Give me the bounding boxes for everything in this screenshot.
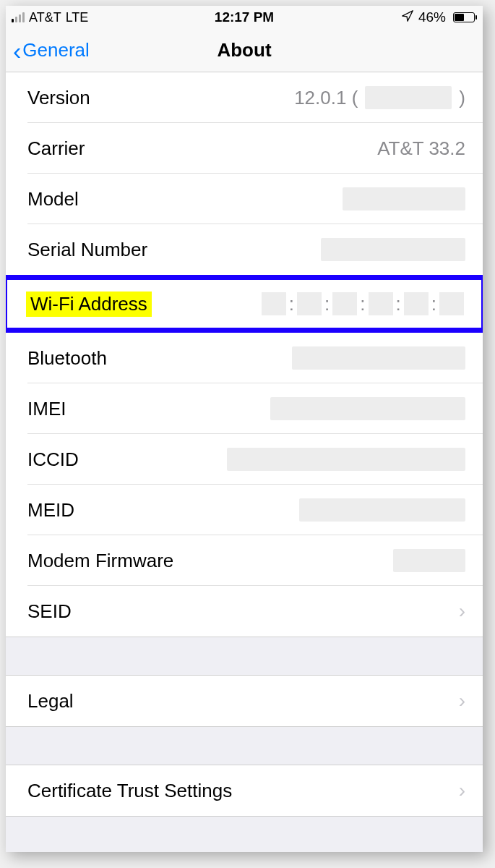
- row-version[interactable]: Version 12.0.1 (): [6, 72, 483, 123]
- row-certificate-trust[interactable]: Certificate Trust Settings ›: [6, 765, 483, 816]
- nav-bar: ‹ General About: [6, 29, 483, 72]
- chevron-right-icon: ›: [459, 689, 465, 712]
- row-wifi-address[interactable]: Wi-Fi Address : : : : :: [6, 275, 483, 333]
- back-label: General: [22, 39, 90, 61]
- row-modem-firmware[interactable]: Modem Firmware: [6, 535, 483, 586]
- row-value: [292, 346, 465, 370]
- row-meid[interactable]: MEID: [6, 485, 483, 535]
- back-button[interactable]: ‹ General: [13, 38, 90, 63]
- page-title: About: [217, 39, 271, 61]
- redacted-value: [227, 448, 465, 471]
- row-bluetooth[interactable]: Bluetooth: [6, 333, 483, 383]
- carrier-label: AT&T: [29, 10, 61, 25]
- content: Version 12.0.1 () Carrier AT&T 33.2 Mode…: [6, 72, 483, 852]
- row-label: MEID: [27, 499, 74, 522]
- row-label: Bluetooth: [27, 347, 107, 370]
- row-value: [270, 397, 465, 420]
- battery-icon: [450, 12, 477, 22]
- row-label: ICCID: [27, 448, 79, 471]
- row-label: Wi-Fi Address: [26, 292, 152, 317]
- chevron-right-icon: ›: [459, 779, 465, 802]
- redacted-value: [321, 238, 465, 261]
- row-value: [343, 187, 465, 210]
- row-label: Model: [27, 188, 79, 210]
- redacted-value: [297, 292, 322, 315]
- redacted-value: [369, 292, 393, 315]
- redacted-value: [343, 187, 465, 210]
- battery-percent: 46%: [418, 9, 446, 25]
- chevron-left-icon: ‹: [13, 38, 21, 63]
- group-separator: [6, 637, 483, 676]
- row-label: Serial Number: [27, 239, 147, 261]
- row-serial[interactable]: Serial Number: [6, 224, 483, 275]
- row-label: Version: [27, 87, 90, 109]
- signal-icon: [12, 12, 25, 22]
- row-imei[interactable]: IMEI: [6, 383, 483, 434]
- row-label: IMEI: [27, 398, 66, 420]
- row-value: [227, 448, 465, 471]
- redacted-value: [262, 292, 286, 315]
- redacted-value: [393, 549, 465, 572]
- row-carrier[interactable]: Carrier AT&T 33.2: [6, 123, 483, 174]
- network-label: LTE: [66, 10, 89, 25]
- row-label: Modem Firmware: [27, 550, 173, 572]
- row-seid[interactable]: SEID ›: [6, 586, 483, 637]
- row-label: Carrier: [27, 137, 85, 160]
- row-value: : : : : :: [262, 292, 464, 315]
- clock: 12:17 PM: [215, 9, 274, 25]
- chevron-right-icon: ›: [459, 600, 465, 623]
- bottom-spacer: [6, 816, 483, 852]
- settings-about-screen: AT&T LTE 12:17 PM 46% ‹ General About Ve…: [6, 6, 483, 852]
- status-bar: AT&T LTE 12:17 PM 46%: [6, 6, 483, 29]
- redacted-value: [299, 498, 465, 522]
- row-value: [321, 238, 465, 261]
- row-label: SEID: [27, 600, 72, 623]
- row-value: [299, 498, 465, 522]
- row-value: AT&T 33.2: [377, 137, 465, 160]
- redacted-value: [365, 86, 452, 109]
- redacted-value: [270, 397, 465, 420]
- location-icon: [401, 9, 414, 26]
- status-right: 46%: [244, 9, 477, 26]
- row-legal[interactable]: Legal ›: [6, 676, 483, 726]
- row-label: Legal: [27, 690, 74, 712]
- row-label: Certificate Trust Settings: [27, 780, 232, 802]
- redacted-value: [404, 292, 429, 315]
- status-left: AT&T LTE: [12, 10, 244, 25]
- redacted-value: [439, 292, 464, 315]
- row-value: 12.0.1 (): [294, 86, 465, 109]
- row-value: [393, 549, 465, 572]
- redacted-value: [332, 292, 357, 315]
- row-model[interactable]: Model: [6, 174, 483, 224]
- redacted-value: [292, 346, 465, 370]
- group-separator: [6, 726, 483, 765]
- row-iccid[interactable]: ICCID: [6, 434, 483, 485]
